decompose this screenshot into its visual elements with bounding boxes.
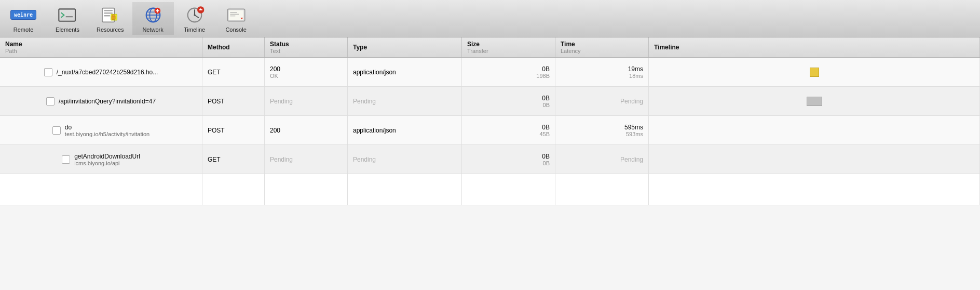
td-timeline-3 — [649, 145, 980, 174]
console-tool-item[interactable]: Console — [215, 2, 257, 35]
row-checkbox-3[interactable] — [62, 155, 70, 164]
td-size-1: 0B 0B — [462, 87, 555, 115]
td-name-1: /api/invitationQuery?invitationId=47 — [0, 87, 202, 115]
td-name-2: do test.biyong.io/h5/activity/invitation — [0, 116, 202, 144]
svg-rect-0 — [59, 9, 75, 21]
td-time-1: Pending — [555, 87, 649, 115]
table-row[interactable]: getAndroidDownloadUrl icms.biyong.io/api… — [0, 145, 980, 174]
network-icon — [141, 5, 166, 25]
th-type: Type — [348, 37, 462, 57]
td-size-0: 0B 198B — [462, 58, 555, 86]
resources-label: Resources — [97, 27, 124, 33]
td-method-0: GET — [202, 58, 265, 86]
timeline-tool-item[interactable]: Timeline — [174, 2, 215, 35]
svg-rect-3 — [104, 10, 113, 11]
td-method-3: GET — [202, 145, 265, 174]
td-type-2: application/json — [348, 116, 462, 144]
td-empty — [0, 174, 202, 205]
timeline-svg — [184, 6, 205, 24]
td-type-0: application/json — [348, 58, 462, 86]
td-name-0: /_nuxt/a7cbed270242b259d216.ho... — [0, 58, 202, 86]
td-size-2: 0B 45B — [462, 116, 555, 144]
row-checkbox-1[interactable] — [46, 97, 55, 106]
timeline-label: Timeline — [184, 27, 205, 33]
table-row[interactable]: /api/invitationQuery?invitationId=47 POS… — [0, 87, 980, 116]
td-name-3: getAndroidDownloadUrl icms.biyong.io/api — [0, 145, 202, 174]
svg-rect-4 — [104, 12, 113, 14]
network-svg — [143, 6, 164, 24]
timeline-bar-gray — [807, 97, 822, 106]
td-method-2: POST — [202, 116, 265, 144]
th-time: Time Latency — [555, 37, 649, 57]
timeline-bar-yellow — [810, 68, 819, 77]
console-svg — [226, 6, 247, 24]
network-tool-item[interactable]: Network — [132, 2, 174, 35]
td-type-1: Pending — [348, 87, 462, 115]
td-time-2: 595ms 593ms — [555, 116, 649, 144]
weinre-badge: weinre — [10, 10, 36, 20]
td-timeline-0 — [649, 58, 980, 86]
console-label: Console — [225, 27, 246, 33]
network-label: Network — [142, 27, 163, 33]
td-time-3: Pending — [555, 145, 649, 174]
td-status-0: 200 OK — [265, 58, 348, 86]
toolbar: weinre Remote Elements — [0, 0, 980, 37]
resources-svg — [100, 6, 120, 24]
th-name: Name Path — [0, 37, 202, 57]
td-status-1: Pending — [265, 87, 348, 115]
table-row[interactable]: /_nuxt/a7cbed270242b259d216.ho... GET 20… — [0, 58, 980, 87]
weinre-icon-area: weinre — [11, 5, 36, 25]
row-checkbox-0[interactable] — [44, 68, 52, 76]
elements-icon — [55, 5, 80, 25]
td-size-3: 0B 0B — [462, 145, 555, 174]
elements-svg — [57, 6, 78, 24]
td-method-1: POST — [202, 87, 265, 115]
console-icon — [224, 5, 249, 25]
td-timeline-1 — [649, 87, 980, 115]
th-size: Size Transfer — [462, 37, 555, 57]
td-type-3: Pending — [348, 145, 462, 174]
th-status: Status Text — [265, 37, 348, 57]
th-timeline: Timeline — [649, 37, 980, 57]
table-row-empty — [0, 174, 980, 205]
table-row[interactable]: do test.biyong.io/h5/activity/invitation… — [0, 116, 980, 145]
td-status-3: Pending — [265, 145, 348, 174]
svg-rect-5 — [104, 15, 111, 17]
resources-icon — [98, 5, 122, 25]
row-checkbox-2[interactable] — [52, 126, 61, 135]
elements-tool-item[interactable]: Elements — [47, 2, 88, 35]
timeline-icon — [182, 5, 207, 25]
remote-label: Remote — [13, 27, 34, 33]
resources-tool-item[interactable]: Resources — [88, 2, 132, 35]
svg-point-16 — [194, 14, 195, 16]
remote-tool-item[interactable]: weinre Remote — [0, 2, 47, 35]
td-status-2: 200 — [265, 116, 348, 144]
td-time-0: 19ms 18ms — [555, 58, 649, 86]
td-timeline-2 — [649, 116, 980, 144]
elements-label: Elements — [56, 27, 79, 33]
table-header: Name Path Method Status Text Type Size T… — [0, 37, 980, 58]
th-method: Method — [202, 37, 265, 57]
network-table: Name Path Method Status Text Type Size T… — [0, 37, 980, 290]
